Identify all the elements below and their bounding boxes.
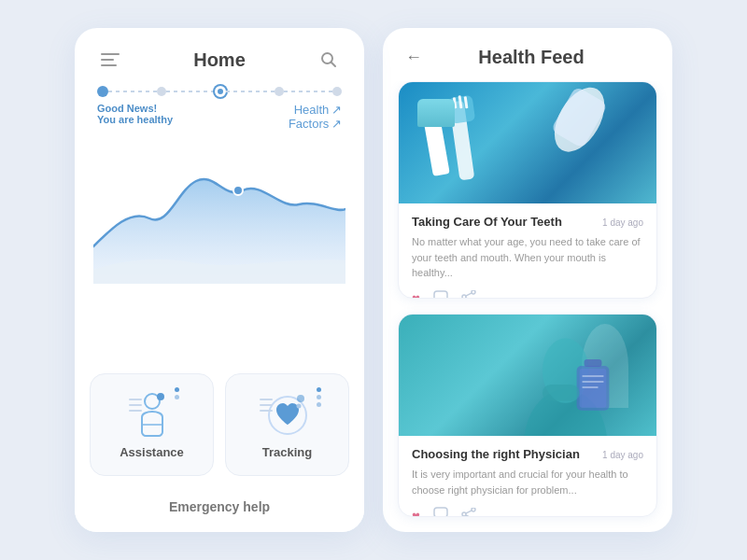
teeth-actions: ♥: [412, 290, 643, 300]
teeth-image: [399, 82, 656, 203]
feed-header: ← Health Feed: [383, 28, 672, 81]
back-button[interactable]: ←: [405, 48, 422, 67]
menu-icon[interactable]: [97, 47, 123, 73]
physician-illustration: [399, 315, 656, 436]
feed-card-teeth: Taking Care Of Your Teeth 1 day ago No m…: [398, 81, 657, 299]
physician-comment-button[interactable]: [433, 507, 448, 517]
timeline-dot-active: [215, 86, 226, 97]
timeline-line-2: [166, 91, 215, 92]
svg-rect-28: [580, 369, 607, 408]
svg-point-37: [462, 512, 466, 516]
timeline-dot-start: [97, 86, 108, 97]
feed-scroll[interactable]: Taking Care Of Your Teeth 1 day ago No m…: [383, 81, 672, 532]
svg-point-8: [157, 393, 164, 400]
good-news-label: Good News! You are healthy: [97, 103, 173, 125]
svg-point-11: [296, 404, 301, 409]
svg-point-22: [462, 295, 466, 299]
chart-labels: Good News! You are healthy Health ↗ Fact…: [93, 103, 345, 131]
teeth-share-button[interactable]: [461, 290, 476, 299]
health-factors-label: Health ↗ Factors ↗: [289, 103, 342, 131]
teeth-desc: No matter what your age, you need to tak…: [412, 234, 643, 281]
svg-rect-29: [585, 359, 602, 367]
svg-rect-0: [101, 53, 120, 55]
timeline-dot-4: [275, 87, 284, 96]
search-icon[interactable]: [316, 47, 342, 73]
home-title: Home: [123, 49, 316, 71]
physician-share-button[interactable]: [461, 508, 476, 517]
feature-cards: Assistance: [90, 373, 349, 476]
svg-rect-34: [434, 508, 447, 517]
teeth-content: Taking Care Of Your Teeth 1 day ago No m…: [399, 203, 656, 299]
teeth-comment-button[interactable]: [433, 290, 448, 300]
tracking-icon-area: [237, 389, 337, 445]
svg-rect-2: [101, 64, 117, 66]
physician-actions: ♥: [412, 507, 643, 517]
svg-line-39: [466, 514, 472, 517]
teeth-time: 1 day ago: [602, 217, 643, 228]
physician-image: [399, 315, 656, 436]
svg-point-10: [297, 395, 304, 402]
svg-rect-13: [448, 95, 475, 124]
physician-title: Choosing the right Physician: [412, 447, 580, 461]
teeth-title: Taking Care Of Your Teeth: [412, 215, 562, 229]
bottom-section: Assistance: [75, 362, 364, 532]
health-chart: [93, 134, 345, 284]
svg-line-23: [466, 293, 472, 296]
feed-title: Health Feed: [437, 47, 626, 68]
timeline-line-4: [284, 91, 332, 92]
tracking-lines-decoration: [260, 399, 273, 415]
svg-point-5: [233, 186, 243, 195]
assistance-icon-area: [102, 389, 202, 445]
svg-line-24: [466, 298, 472, 299]
physician-time: 1 day ago: [602, 450, 643, 460]
svg-line-38: [466, 510, 472, 512]
home-header: Home: [75, 28, 364, 82]
physician-desc: It is very important and crucial for you…: [412, 467, 643, 497]
right-panel: ← Health Feed: [383, 28, 672, 532]
svg-rect-19: [434, 291, 447, 300]
svg-line-4: [331, 63, 336, 67]
timeline-line-3: [226, 91, 275, 92]
dots-decoration: [175, 387, 179, 402]
physician-title-row: Choosing the right Physician 1 day ago: [412, 447, 643, 461]
teeth-title-row: Taking Care Of Your Teeth 1 day ago: [412, 215, 643, 229]
chart-area: Good News! You are healthy Health ↗ Fact…: [75, 82, 364, 362]
physician-like-button[interactable]: ♥: [412, 508, 420, 517]
assistance-card[interactable]: Assistance: [90, 373, 214, 476]
lines-decoration: [129, 399, 142, 415]
tracking-card[interactable]: Tracking: [225, 373, 349, 476]
emergency-section: Emergency help: [90, 491, 349, 532]
timeline: [93, 82, 345, 101]
physician-content: Choosing the right Physician 1 day ago I…: [399, 436, 656, 517]
timeline-dot-2: [157, 87, 166, 96]
feed-card-physician: Choosing the right Physician 1 day ago I…: [398, 314, 657, 517]
assistance-label: Assistance: [102, 445, 202, 459]
svg-point-20: [472, 290, 475, 294]
svg-rect-1: [101, 59, 114, 61]
tracking-label: Tracking: [237, 445, 337, 459]
svg-rect-33: [543, 385, 580, 401]
teeth-illustration: [399, 82, 656, 203]
timeline-line-1: [108, 91, 157, 92]
teeth-like-button[interactable]: ♥: [412, 290, 420, 299]
emergency-help-text[interactable]: Emergency help: [169, 499, 270, 514]
svg-point-35: [472, 508, 475, 511]
timeline-dot-5: [332, 87, 342, 96]
left-panel: Home Good News! You are healthy: [75, 28, 364, 532]
tracking-dots: [317, 387, 321, 410]
